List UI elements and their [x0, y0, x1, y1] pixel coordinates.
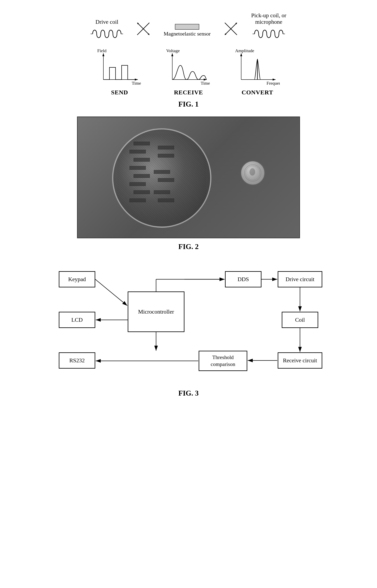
svg-text:Time: Time — [132, 81, 141, 86]
fig3-container: Keypad LCD RS232 Microcontroller DDS Dri… — [47, 259, 330, 385]
rs232-label: RS232 — [69, 357, 85, 364]
sensor-rect-1 — [134, 142, 150, 145]
svg-text:Field: Field — [97, 49, 106, 53]
sensor-rect-4 — [130, 166, 146, 170]
pickup-coil-svg — [253, 27, 285, 41]
pickup-coil-label: Pick-up coil, or microphone — [251, 12, 286, 25]
scatter-svg-1 — [135, 21, 151, 37]
send-svg: Field Time — [97, 49, 142, 86]
pickup-coil-block: Pick-up coil, or microphone — [251, 12, 286, 41]
svg-text:Time: Time — [201, 81, 210, 86]
receive-block: Voltage Time RECEIVE — [166, 49, 211, 96]
box-drive-circuit: Drive circuit — [278, 271, 322, 288]
fig2-image — [77, 116, 300, 238]
fig3-diagram: Keypad LCD RS232 Microcontroller DDS Dri… — [47, 259, 330, 385]
sensor-label: Magnetoelastic sensor — [164, 31, 211, 37]
fig1-top: Drive coil — [16, 12, 361, 41]
svg-line-34 — [95, 279, 127, 306]
receive-circuit-label: Receive circuit — [283, 357, 317, 364]
svg-text:Frequency: Frequency — [267, 81, 280, 86]
drive-coil-svg — [91, 27, 123, 41]
send-label: SEND — [111, 89, 128, 96]
convert-label: CONVERT — [242, 89, 273, 96]
sensor-rect-5 — [134, 174, 150, 178]
box-lcd: LCD — [59, 312, 95, 328]
sensor-rect-14 — [158, 199, 174, 202]
svg-marker-26 — [240, 53, 242, 56]
photo-circle — [112, 128, 212, 228]
sensor-rect-8 — [130, 199, 146, 202]
fig1-section: Drive coil — [16, 12, 361, 108]
photo-coin — [241, 161, 265, 185]
convert-svg: Amplitude Frequency — [235, 49, 280, 86]
coin-face-svg — [245, 165, 261, 181]
keypad-label: Keypad — [68, 276, 86, 283]
svg-text:Voltage: Voltage — [166, 49, 180, 53]
threshold-comparison-label: Threshold comparison — [211, 354, 235, 368]
box-rs232: RS232 — [59, 352, 95, 369]
svg-point-31 — [246, 166, 260, 180]
sensor-rect-12 — [158, 178, 174, 182]
box-microcontroller: Microcontroller — [128, 291, 184, 332]
convert-block: Amplitude Frequency CONVERT — [235, 49, 280, 96]
svg-point-32 — [249, 168, 255, 175]
sensor-block: Magnetoelastic sensor — [164, 16, 211, 37]
svg-marker-20 — [171, 53, 173, 56]
send-block: Field Time SEND — [97, 49, 142, 96]
scatter-arrows-2 — [223, 21, 239, 37]
box-coil: Coil — [282, 312, 318, 328]
sensor-rect-11 — [154, 170, 170, 174]
sensor-rect-2 — [130, 150, 146, 153]
sensor-rect-3 — [134, 158, 150, 162]
receive-svg: Voltage Time — [166, 49, 211, 86]
svg-text:Amplitude: Amplitude — [235, 49, 254, 53]
svg-marker-27 — [273, 78, 276, 81]
drive-coil-block: Drive coil — [91, 19, 123, 41]
fig2-caption: FIG. 2 — [178, 242, 199, 251]
box-threshold-comparison: Threshold comparison — [199, 351, 247, 371]
fig1-caption: FIG. 1 — [178, 100, 199, 108]
fig3-section: Keypad LCD RS232 Microcontroller DDS Dri… — [16, 259, 361, 397]
sensor-rect-13 — [154, 190, 170, 194]
svg-marker-14 — [102, 53, 104, 56]
sensor-rect-10 — [158, 154, 174, 158]
fig3-caption: FIG. 3 — [178, 389, 199, 397]
box-receive-circuit: Receive circuit — [278, 352, 322, 369]
dds-label: DDS — [237, 276, 249, 283]
sensor-rect-9 — [158, 146, 174, 149]
sensor-rect-7 — [134, 190, 150, 194]
scatter-svg-2 — [223, 21, 239, 37]
receive-label: RECEIVE — [174, 89, 203, 96]
microcontroller-label: Microcontroller — [138, 309, 174, 315]
box-keypad: Keypad — [59, 271, 95, 288]
drive-circuit-label: Drive circuit — [286, 276, 314, 283]
page: Drive coil — [0, 0, 377, 588]
drive-coil-label: Drive coil — [95, 19, 118, 25]
fig2-section: FIG. 2 — [16, 116, 361, 251]
fig1-bottom: Field Time SEND Voltage Time — [16, 49, 361, 96]
sensor-rect-6 — [130, 182, 146, 186]
box-dds: DDS — [225, 271, 261, 288]
coil-label: Coil — [295, 317, 305, 323]
sensor-rect — [175, 24, 199, 30]
lcd-label: LCD — [71, 317, 83, 323]
scatter-arrows-1 — [135, 21, 151, 37]
